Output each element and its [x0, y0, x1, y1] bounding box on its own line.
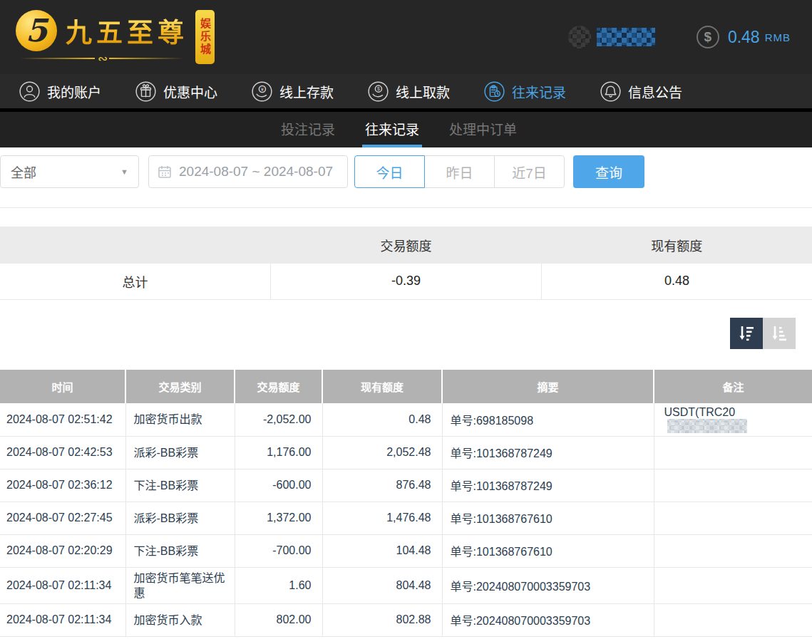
svg-text:$: $ — [377, 86, 380, 91]
sort-descending-button[interactable] — [730, 318, 763, 349]
svg-text:¥: ¥ — [261, 86, 264, 91]
header-account-area: $ 0.48 RMB — [568, 26, 791, 48]
gift-icon — [135, 80, 157, 103]
avatar[interactable] — [568, 26, 591, 48]
today-button[interactable]: 今日 — [354, 155, 425, 188]
category-select[interactable]: 全部 ▼ — [0, 155, 139, 188]
cell-remark: USDT(TRC20 — [654, 403, 812, 437]
nav-label: 优惠中心 — [163, 82, 217, 101]
sub-nav: 投注记录 往来记录 处理中订单 — [0, 112, 812, 147]
bell-icon — [600, 80, 622, 103]
cell-amount: 802.00 — [235, 603, 322, 636]
table-row: 2024-08-07 02:11:34 加密货币笔笔送优惠 1.60 804.4… — [0, 567, 812, 603]
table-row: 2024-08-07 02:20:29 下注-BB彩票 -700.00 104.… — [0, 534, 812, 567]
cell-category: 派彩-BB彩票 — [125, 436, 235, 469]
table-row: 2024-08-07 02:36:12 下注-BB彩票 -600.00 876.… — [0, 469, 812, 502]
balance-currency: RMB — [765, 31, 791, 43]
transactions-table: 时间 交易类别 交易额度 现有额度 摘要 备注 2024-08-07 02:51… — [0, 370, 812, 637]
col-category: 交易类别 — [125, 370, 235, 403]
cell-time: 2024-08-07 02:42:53 — [0, 436, 125, 469]
last7days-button[interactable]: 近7日 — [494, 155, 565, 188]
cell-summary: 单号:101368767610 — [442, 534, 654, 567]
cell-time: 2024-08-07 02:11:34 — [0, 567, 125, 603]
nav-item-my-account[interactable]: 我的账户 — [19, 80, 101, 103]
summary-transaction-amount: -0.39 — [271, 264, 542, 299]
cell-category: 下注-BB彩票 — [125, 534, 235, 567]
cell-time: 2024-08-07 02:36:12 — [0, 469, 125, 502]
site-logo[interactable]: 5 九五至尊 ∾ 娱乐城 — [16, 10, 215, 65]
summary-total-row: 总计 -0.39 0.48 — [0, 264, 812, 299]
summary-table: 交易额度 现有额度 总计 -0.39 0.48 — [0, 227, 812, 300]
nav-label: 往来记录 — [512, 82, 566, 101]
nav-item-transaction-records[interactable]: 往来记录 — [483, 80, 566, 103]
cell-category: 加密货币入款 — [125, 603, 235, 636]
cell-summary: 单号:698185098 — [442, 403, 654, 437]
logo-flourish-icon: ∾ — [20, 53, 184, 65]
chevron-down-icon: ▼ — [120, 167, 128, 176]
category-select-value: 全部 — [11, 162, 36, 181]
nav-item-deposit[interactable]: ¥ 线上存款 — [251, 80, 334, 103]
cell-time: 2024-08-07 02:11:34 — [0, 603, 125, 636]
date-range-value: 2024-08-07 ~ 2024-08-07 — [179, 164, 333, 180]
nav-label: 我的账户 — [47, 82, 101, 101]
top-header: 5 九五至尊 ∾ 娱乐城 $ 0.48 RMB — [0, 0, 812, 74]
table-row: 2024-08-07 02:42:53 派彩-BB彩票 1,176.00 2,0… — [0, 436, 812, 469]
deposit-icon: ¥ — [251, 80, 273, 103]
user-icon — [19, 80, 41, 103]
search-button[interactable]: 查询 — [573, 155, 644, 188]
logo-brand-text: 九五至尊 — [66, 11, 188, 50]
cell-remark — [654, 469, 812, 502]
table-row: 2024-08-07 02:51:42 加密货币出款 -2,052.00 0.4… — [0, 403, 812, 437]
summary-col-transaction-amount: 交易额度 — [271, 227, 542, 264]
col-remark: 备注 — [654, 370, 812, 403]
cell-summary: 单号:101368787249 — [442, 436, 654, 469]
cell-balance: 804.48 — [322, 567, 442, 603]
tab-transaction-records[interactable]: 往来记录 — [362, 112, 422, 147]
sort-ascending-icon — [769, 323, 789, 343]
col-time: 时间 — [0, 370, 125, 403]
cell-amount: 1,372.00 — [235, 502, 322, 534]
cell-summary: 单号:202408070003359703 — [442, 567, 654, 603]
sort-controls — [0, 318, 796, 349]
nav-item-announcements[interactable]: 信息公告 — [600, 80, 682, 103]
summary-col-empty — [0, 227, 271, 264]
col-amount: 交易额度 — [235, 370, 322, 403]
records-icon — [483, 80, 505, 103]
cell-balance: 2,052.48 — [322, 436, 442, 469]
cell-category: 加密货币出款 — [125, 403, 235, 437]
cell-summary: 单号:202408070003359703 — [442, 603, 654, 636]
cell-amount: -700.00 — [235, 534, 322, 567]
cell-remark — [654, 534, 812, 567]
tab-pending-orders[interactable]: 处理中订单 — [446, 112, 520, 147]
cell-amount: -2,052.00 — [235, 403, 322, 437]
col-balance: 现有额度 — [322, 370, 442, 403]
nav-label: 线上存款 — [279, 82, 334, 101]
table-row: 2024-08-07 02:11:34 加密货币入款 802.00 802.88… — [0, 603, 812, 636]
remark-text: USDT(TRC20 — [664, 406, 736, 418]
cell-amount: 1,176.00 — [235, 436, 322, 469]
main-nav: 我的账户 优惠中心 ¥ 线上存款 $ 线上取款 — [0, 74, 812, 108]
cell-summary: 单号:101368787249 — [442, 469, 654, 502]
logo-badge: 娱乐城 — [195, 10, 215, 64]
cell-balance: 876.48 — [322, 469, 442, 502]
sort-descending-icon — [736, 323, 756, 343]
yesterday-button[interactable]: 昨日 — [424, 155, 495, 188]
nav-item-promotions[interactable]: 优惠中心 — [135, 80, 217, 103]
nav-label: 线上取款 — [396, 82, 450, 101]
filter-row: 全部 ▼ 2024-08-07 ~ 2024-08-07 今日 昨日 近7日 查… — [0, 155, 812, 188]
username-redacted — [597, 28, 655, 46]
summary-total-label: 总计 — [0, 264, 271, 299]
date-range-input[interactable]: 2024-08-07 ~ 2024-08-07 — [148, 155, 348, 188]
cell-remark — [654, 502, 812, 534]
cell-remark — [654, 603, 812, 636]
cell-remark — [654, 436, 812, 469]
section-divider — [0, 207, 812, 208]
cell-time: 2024-08-07 02:27:45 — [0, 502, 125, 534]
withdraw-icon: $ — [367, 80, 389, 103]
summary-header-row: 交易额度 现有额度 — [0, 227, 812, 264]
sort-ascending-button[interactable] — [763, 318, 796, 349]
cell-balance: 1,476.48 — [322, 502, 442, 534]
nav-item-withdraw[interactable]: $ 线上取款 — [367, 80, 450, 103]
cell-category: 加密货币笔笔送优惠 — [125, 567, 235, 603]
tab-betting-records[interactable]: 投注记录 — [278, 112, 338, 147]
